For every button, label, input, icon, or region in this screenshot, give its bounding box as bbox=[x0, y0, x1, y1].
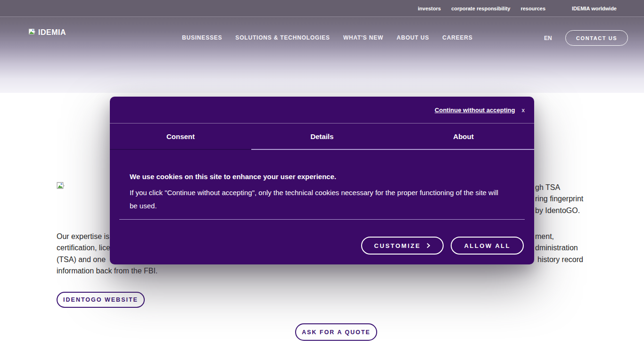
cookie-consent-dialog: Continue without accepting x Consent Det… bbox=[110, 97, 534, 264]
text-fragment: ring fingerprint bbox=[535, 193, 583, 205]
chevron-right-icon bbox=[426, 243, 430, 248]
tab-about[interactable]: About bbox=[393, 123, 534, 150]
language-selector[interactable]: EN bbox=[544, 35, 552, 41]
text-fragment: ment, bbox=[535, 231, 583, 242]
topbar-link-corporate-responsibility[interactable]: corporate responsibility bbox=[451, 6, 510, 11]
cookie-dialog-body: We use cookies on this site to enhance y… bbox=[110, 150, 534, 213]
cookie-dialog-actions: CUSTOMIZE ALLOW ALL bbox=[361, 237, 524, 255]
identogo-website-button[interactable]: IDENTOGO WEBSITE bbox=[57, 292, 145, 308]
customize-button-label: CUSTOMIZE bbox=[374, 242, 421, 249]
idemia-logo[interactable]: IDEMIA bbox=[28, 28, 66, 37]
page: investors corporate responsibility resou… bbox=[0, 0, 644, 362]
main-nav: BUSINESSES SOLUTIONS & TECHNOLOGIES WHAT… bbox=[182, 17, 473, 58]
topbar-link-idemia-worldwide[interactable]: IDEMIA worldwide bbox=[572, 6, 617, 11]
text-fragment: dministration bbox=[535, 242, 583, 254]
site-header: IDEMIA BUSINESSES SOLUTIONS & TECHNOLOGI… bbox=[0, 17, 644, 93]
tab-details[interactable]: Details bbox=[251, 123, 393, 150]
nav-item-businesses[interactable]: BUSINESSES bbox=[182, 34, 222, 41]
text-fragment: information back from the FBI. bbox=[57, 265, 157, 277]
contact-us-button[interactable]: CONTACT US bbox=[565, 30, 628, 46]
close-icon[interactable]: x bbox=[522, 107, 525, 114]
allow-all-button-label: ALLOW ALL bbox=[464, 242, 511, 249]
text-fragment: by IdentoGO. bbox=[535, 205, 583, 216]
paragraph-fragment-right-1: gh TSA ring fingerprint by IdentoGO. bbox=[535, 182, 583, 216]
cookie-heading: We use cookies on this site to enhance y… bbox=[130, 173, 525, 181]
continue-without-accepting-link[interactable]: Continue without accepting bbox=[435, 107, 515, 114]
broken-image-icon bbox=[57, 182, 65, 191]
nav-item-whats-new[interactable]: WHAT'S NEW bbox=[343, 34, 383, 41]
ask-for-a-quote-button[interactable]: ASK FOR A QUOTE bbox=[295, 323, 377, 341]
nav-item-solutions-technologies[interactable]: SOLUTIONS & TECHNOLOGIES bbox=[235, 34, 330, 41]
text-fragment: history record bbox=[535, 254, 583, 265]
allow-all-button[interactable]: ALLOW ALL bbox=[451, 237, 524, 255]
nav-item-careers[interactable]: CAREERS bbox=[442, 34, 472, 41]
cookie-dialog-tabs: Consent Details About bbox=[110, 123, 534, 150]
topbar-link-resources[interactable]: resources bbox=[520, 6, 545, 11]
topbar-link-investors[interactable]: investors bbox=[418, 6, 441, 11]
paragraph-fragment-right-2: ment, dministration history record bbox=[535, 231, 583, 265]
cookie-dialog-header: Continue without accepting x bbox=[110, 97, 534, 123]
broken-image-icon bbox=[28, 28, 36, 37]
logo-text: IDEMIA bbox=[38, 28, 66, 37]
text-fragment: gh TSA bbox=[535, 182, 583, 193]
tab-consent[interactable]: Consent bbox=[110, 123, 251, 150]
top-utility-bar: investors corporate responsibility resou… bbox=[0, 0, 644, 17]
customize-button[interactable]: CUSTOMIZE bbox=[361, 237, 444, 255]
cookie-body-text: If you click "Continue without accepting… bbox=[130, 186, 507, 213]
nav-item-about-us[interactable]: ABOUT US bbox=[396, 34, 429, 41]
dialog-divider bbox=[119, 219, 525, 220]
